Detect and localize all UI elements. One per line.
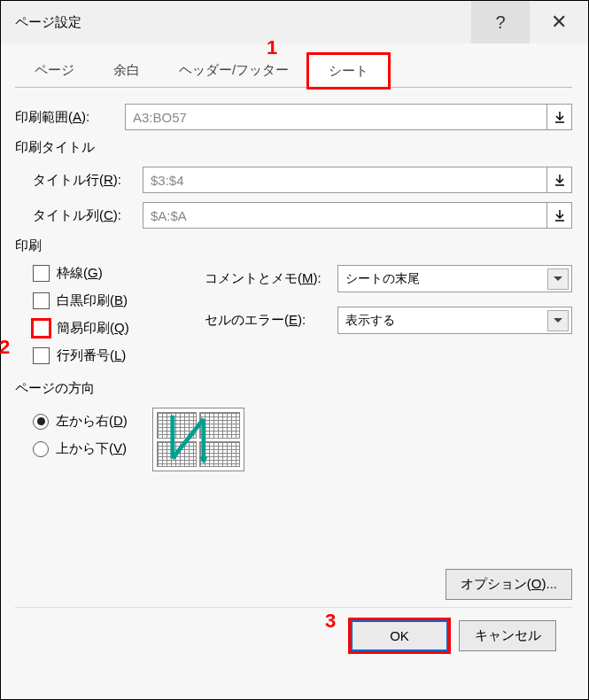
tab-margins[interactable]: 余白 bbox=[94, 54, 159, 87]
annotation-2: 2 bbox=[0, 336, 10, 359]
page-setup-dialog: ページ設定 ? ✕ 1 ページ 余白 ヘッダー/フッター シート 印刷範囲(A)… bbox=[0, 0, 589, 700]
gridlines-checkbox[interactable]: 枠線(G) bbox=[33, 265, 178, 282]
tab-page[interactable]: ページ bbox=[15, 54, 94, 87]
errors-label: セルのエラー(E): bbox=[205, 312, 337, 329]
collapse-icon[interactable] bbox=[547, 202, 572, 229]
tabstrip: ページ 余白 ヘッダー/フッター シート bbox=[15, 54, 572, 88]
title-cols-input[interactable] bbox=[143, 202, 547, 229]
options-button[interactable]: オプション(O)... bbox=[446, 569, 572, 600]
chevron-down-icon[interactable] bbox=[547, 310, 569, 331]
tab-sheet[interactable]: シート bbox=[308, 54, 389, 88]
print-area-label: 印刷範囲(A): bbox=[15, 109, 125, 126]
tab-headerfooter[interactable]: ヘッダー/フッター bbox=[159, 54, 308, 87]
ltr-radio[interactable]: 左から右(D) bbox=[33, 413, 128, 430]
title-cols-label: タイトル列(C): bbox=[33, 207, 143, 224]
comments-label: コメントとメモ(M): bbox=[205, 270, 337, 287]
ok-button[interactable]: OK bbox=[351, 620, 448, 651]
draft-checkbox[interactable]: 簡易印刷(Q) bbox=[33, 320, 178, 337]
title-rows-label: タイトル行(R): bbox=[33, 172, 143, 189]
blackwhite-checkbox[interactable]: 白黒印刷(B) bbox=[33, 292, 178, 309]
dialog-title: ページ設定 bbox=[15, 14, 81, 31]
rowcol-checkbox[interactable]: 行列番号(L) bbox=[33, 347, 178, 364]
help-button[interactable]: ? bbox=[471, 1, 530, 43]
cancel-button[interactable]: キャンセル bbox=[459, 620, 556, 651]
title-rows-input[interactable] bbox=[143, 167, 547, 193]
errors-combo[interactable]: 表示する bbox=[337, 307, 572, 334]
page-order-preview bbox=[152, 408, 244, 471]
collapse-icon[interactable] bbox=[547, 167, 572, 193]
print-section-label: 印刷 bbox=[15, 237, 572, 254]
titlebar: ページ設定 ? ✕ bbox=[1, 1, 588, 43]
chevron-down-icon[interactable] bbox=[547, 268, 569, 290]
comments-combo[interactable]: シートの末尾 bbox=[337, 265, 572, 292]
close-button[interactable]: ✕ bbox=[530, 1, 588, 43]
print-titles-label: 印刷タイトル bbox=[15, 139, 572, 156]
ttb-radio[interactable]: 上から下(V) bbox=[33, 440, 128, 457]
print-area-input[interactable] bbox=[125, 104, 547, 130]
collapse-icon[interactable] bbox=[547, 104, 572, 130]
page-order-label: ページの方向 bbox=[15, 380, 572, 397]
annotation-3: 3 bbox=[325, 610, 336, 633]
